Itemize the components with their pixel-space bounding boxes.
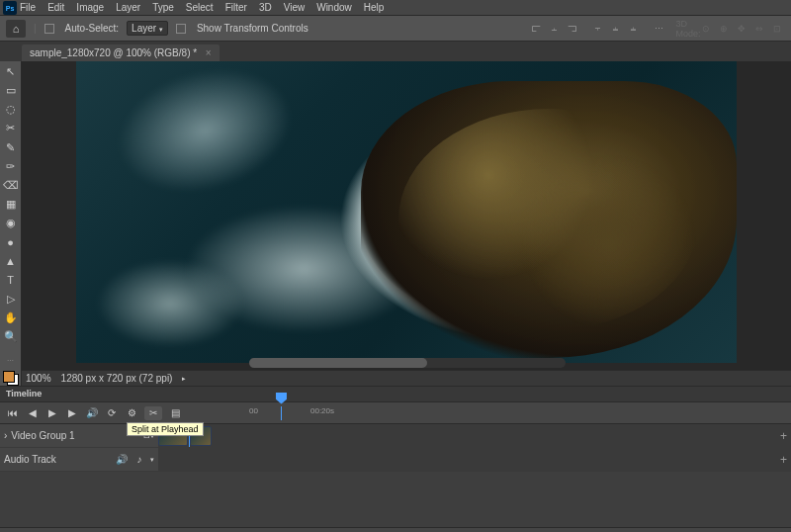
zoom-3d-icon: ⊡ [769,21,785,37]
gradient-tool[interactable]: ▦ [2,196,20,213]
document-info[interactable]: 1280 px x 720 px (72 ppi) [61,373,173,384]
show-transform-checkbox[interactable] [176,24,186,34]
expand-arrow-icon[interactable]: › [4,430,7,441]
document-tab-title: sample_1280x720 @ 100% (RGB/8) * [30,47,197,58]
playhead[interactable] [281,406,282,420]
menu-select[interactable]: Select [186,2,214,13]
next-frame-button[interactable]: ▶ [65,406,79,420]
split-tooltip: Split at Playhead [127,422,204,436]
ruler-mark-1: 00:20s [310,406,334,415]
auto-select-dropdown[interactable]: Layer ▾ [127,21,168,36]
menu-3d[interactable]: 3D [259,2,272,13]
crop-tool[interactable]: ✂ [2,120,20,136]
slide-3d-icon: ⇔ [751,21,767,37]
auto-select-label: Auto-Select: [65,23,119,34]
type-tool[interactable]: T [2,272,20,289]
status-bar: 100% 1280 px x 720 px (72 ppi) ▸ [22,370,791,386]
align-left-icon[interactable]: ⫍ [528,21,544,37]
hand-tool[interactable]: ✋ [2,310,20,326]
video-track[interactable]: Split at Playhead + [158,424,791,447]
align-right-icon[interactable]: ⫎ [564,21,579,37]
workspace: ↖ ▭ ◌ ✂ ✎ ✑ ⌫ ▦ ◉ ● ▲ T ▷ ✋ 🔍 ⋯ 100 [0,61,791,386]
menu-image[interactable]: Image [76,2,104,13]
menu-window[interactable]: Window [316,2,352,13]
tools-panel: ↖ ▭ ◌ ✂ ✎ ✑ ⌫ ▦ ◉ ● ▲ T ▷ ✋ 🔍 ⋯ [0,61,22,386]
eraser-tool[interactable]: ⌫ [2,177,20,194]
marquee-tool[interactable]: ▭ [2,82,20,99]
audio-mute-button[interactable]: 🔊 [115,453,129,467]
brush-tool[interactable]: ✑ [2,158,20,175]
playhead-head-icon[interactable] [276,393,287,404]
blur-tool[interactable]: ◉ [2,215,20,231]
audio-track[interactable]: + [158,448,791,471]
timeline-ruler[interactable]: 00 00:20s [249,406,785,420]
play-button[interactable]: ▶ [45,406,59,420]
pan-3d-icon: ✥ [734,21,749,37]
auto-select-checkbox[interactable] [44,24,54,34]
menu-type[interactable]: Type [152,2,174,13]
audio-note-icon[interactable]: ♪ [132,453,146,467]
orbit-3d-icon: ⊙ [698,21,714,37]
document-canvas[interactable] [76,61,737,363]
mode-3d-label: 3D Mode: [680,21,696,37]
timeline-title: Timeline [0,387,791,402]
align-center-v-icon[interactable]: ⫨ [607,21,623,37]
menu-help[interactable]: Help [364,2,385,13]
video-track-row: › Video Group 1 ⊟▾ Split at Playhead + [0,424,791,448]
document-tab[interactable]: sample_1280x720 @ 100% (RGB/8) * × [22,44,220,61]
canvas-area[interactable]: 100% 1280 px x 720 px (72 ppi) ▸ [22,61,791,386]
timeline-controls: ⏮ ◀ ▶ ▶ 🔊 ⟳ ⚙ ✂ ▤ 00 00:20s [0,402,791,424]
audio-track-row: Audio Track 🔊 ♪ ▾ + [0,448,791,472]
ruler-mark-0: 00 [249,406,258,415]
options-bar: ⌂ | Auto-Select: Layer ▾ Show Transform … [0,16,791,42]
align-top-icon[interactable]: ⫟ [589,21,605,37]
roll-3d-icon: ⊕ [716,21,732,37]
lasso-tool[interactable]: ◌ [2,101,20,118]
loop-button[interactable]: ⟳ [105,406,119,420]
document-tabs: sample_1280x720 @ 100% (RGB/8) * × [0,42,791,61]
zoom-tool[interactable]: 🔍 [2,328,20,345]
menu-filter[interactable]: Filter [225,2,247,13]
eyedropper-tool[interactable]: ✎ [2,139,20,156]
timeline-footer: 000 ↗ 0:00:11:10 (23.976 fps) ▲ ▲ [0,527,791,532]
split-button[interactable]: ✂ [144,406,162,420]
home-button[interactable]: ⌂ [6,20,26,38]
distribute-icon[interactable]: ⋯ [651,21,666,37]
horizontal-scrollbar[interactable] [249,358,566,368]
foreground-color[interactable] [3,371,15,383]
menu-layer[interactable]: Layer [116,2,140,13]
align-center-h-icon[interactable]: ⫠ [546,21,562,37]
first-frame-button[interactable]: ⏮ [6,406,20,420]
align-bottom-icon[interactable]: ⫨ [625,21,641,37]
move-tool[interactable]: ↖ [2,63,20,80]
zoom-level[interactable]: 100% [26,373,51,384]
color-swatch[interactable] [3,371,19,386]
menu-file[interactable]: File [20,2,36,13]
timeline-panel: Timeline ⏮ ◀ ▶ ▶ 🔊 ⟳ ⚙ ✂ ▤ 00 00:20s › V… [0,386,791,532]
menu-bar: File Edit Image Layer Type Select Filter… [0,0,791,16]
mute-button[interactable]: 🔊 [85,406,99,420]
dodge-tool[interactable]: ● [2,233,20,250]
scrollbar-thumb[interactable] [249,358,427,368]
add-video-button[interactable]: + [780,429,787,443]
status-arrow-icon[interactable]: ▸ [182,375,186,383]
menu-view[interactable]: View [284,2,306,13]
audio-track-header[interactable]: Audio Track 🔊 ♪ ▾ [0,448,158,471]
prev-frame-button[interactable]: ◀ [26,406,40,420]
app-logo: Ps [3,1,17,15]
show-transform-label: Show Transform Controls [197,23,308,34]
add-audio-button[interactable]: + [780,453,787,467]
pen-tool[interactable]: ▲ [2,252,20,269]
menu-edit[interactable]: Edit [47,2,64,13]
close-tab-button[interactable]: × [206,47,212,58]
transition-button[interactable]: ▤ [168,406,182,420]
path-tool[interactable]: ▷ [2,291,20,308]
audio-track-label: Audio Track [4,454,56,465]
video-track-label: Video Group 1 [11,430,74,441]
settings-button[interactable]: ⚙ [125,406,138,420]
timeline-empty-area [0,472,791,527]
